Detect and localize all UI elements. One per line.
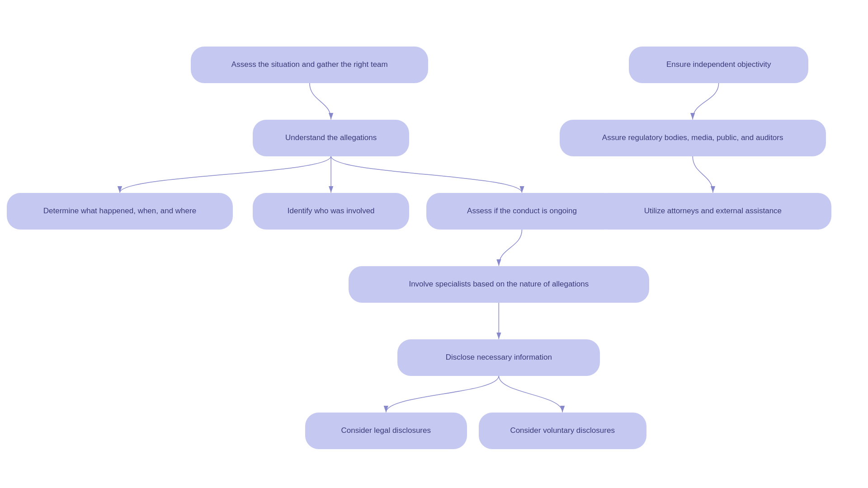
- node-ensure_objectivity: Ensure independent objectivity: [629, 47, 808, 83]
- node-identify_who: Identify who was involved: [253, 193, 409, 230]
- node-assure_regulatory: Assure regulatory bodies, media, public,…: [560, 120, 826, 156]
- flowchart-container: Assess the situation and gather the righ…: [0, 0, 868, 488]
- node-voluntary_disclosures: Consider voluntary disclosures: [479, 413, 646, 449]
- node-understand_allegations: Understand the allegations: [253, 120, 409, 156]
- node-determine_what: Determine what happened, when, and where: [7, 193, 232, 230]
- node-legal_disclosures: Consider legal disclosures: [305, 413, 467, 449]
- node-assess_situation: Assess the situation and gather the righ…: [191, 47, 428, 83]
- node-utilize_attorneys: Utilize attorneys and external assistanc…: [594, 193, 832, 230]
- node-disclose_info: Disclose necessary information: [397, 339, 600, 376]
- node-assess_conduct: Assess if the conduct is ongoing: [426, 193, 617, 230]
- node-involve_specialists: Involve specialists based on the nature …: [349, 266, 650, 303]
